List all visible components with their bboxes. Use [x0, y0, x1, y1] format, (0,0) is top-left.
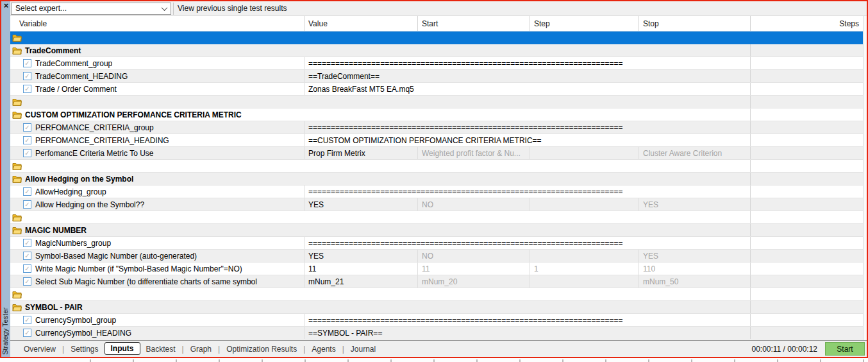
strategy-tester-panel: × Strategy Tester Select expert... View … [1, 1, 867, 357]
tab-graph[interactable]: Graph [185, 345, 217, 354]
param-checkbox[interactable]: ✓ [23, 252, 31, 260]
param-row[interactable]: ✓Trade / Order CommentZonas BreakFast MT… [10, 83, 863, 96]
column-header-value[interactable]: Value [304, 16, 417, 31]
param-row[interactable]: ✓Select Sub Magic Number (to differentia… [10, 275, 863, 288]
stop-cell: YES [638, 198, 750, 211]
tab-settings[interactable]: Settings [65, 345, 104, 354]
steps-cell [750, 275, 863, 288]
param-row[interactable]: ✓Allow Hedging on the Symbol??YESNOYES [10, 198, 863, 211]
param-checkbox[interactable]: ✓ [23, 136, 31, 144]
param-row[interactable]: ✓TradeComment_HEADING==TradeComment== [10, 70, 863, 83]
check-icon: ✓ [24, 60, 29, 67]
folder-row[interactable]: TradeComment [10, 44, 863, 57]
column-header-step[interactable]: Step [530, 16, 638, 31]
param-row[interactable]: ✓MagicNumbers_group=====================… [10, 237, 863, 250]
param-row[interactable]: ✓Symbol-Based Magic Number (auto-generat… [10, 250, 863, 263]
steps-cell [750, 198, 863, 211]
param-checkbox[interactable]: ✓ [23, 72, 31, 80]
folder-cell: CUSTOM OPTIMIZATION PERFOMANCE CRITERIA … [10, 108, 750, 121]
column-header-stop[interactable]: Stop [638, 16, 750, 31]
folder-row[interactable] [10, 31, 863, 44]
folder-cell [10, 211, 750, 223]
param-row[interactable]: ✓TradeComment_group=====================… [10, 57, 863, 70]
steps-cell [750, 121, 863, 134]
tab-journal[interactable]: Journal [345, 345, 381, 354]
param-checkbox[interactable]: ✓ [23, 123, 31, 132]
param-row[interactable]: ✓CurrencySymbol_HEADING==SYMBOL - PAIR== [10, 327, 863, 340]
inputs-tab-content: Select expert... View previous single te… [10, 1, 867, 357]
status-area: 00:00:11 / 00:00:12 Start [751, 342, 867, 356]
folder-row[interactable] [10, 288, 863, 301]
start-cell: mNum_20 [417, 275, 530, 288]
tab-agents[interactable]: Agents [306, 345, 341, 354]
param-row[interactable]: ✓PERFOMANCE_CRITERIA_group==============… [10, 121, 863, 134]
variable-cell: ✓AllowHedging_group [10, 185, 304, 198]
variable-cell: ✓TradeComment_HEADING [10, 70, 304, 82]
param-row[interactable]: ✓Write Magic Number (if "Symbol-Based Ma… [10, 263, 863, 275]
value-cell: Prop Firm Metrix [304, 147, 417, 159]
value-cell: ========================================… [304, 185, 750, 198]
folder-cell: SYMBOL - PAIR [10, 301, 750, 313]
stop-cell: Cluster Aware Criterion [638, 147, 750, 159]
value-cell: ==TradeComment== [304, 70, 750, 82]
expert-select-value: Select expert... [15, 4, 67, 13]
step-cell: 1 [530, 263, 638, 275]
param-checkbox[interactable]: ✓ [23, 316, 31, 324]
start-cell: NO [417, 198, 530, 211]
folder-icon [12, 34, 22, 42]
param-checkbox[interactable]: ✓ [23, 239, 31, 247]
folder-cell: MAGIC NUMBER [10, 224, 750, 236]
param-checkbox[interactable]: ✓ [23, 149, 31, 157]
start-button[interactable]: Start [825, 342, 865, 356]
variable-label: PERFOMANCE_CRITERIA_HEADING [35, 136, 169, 145]
tab-overview[interactable]: Overview [18, 345, 62, 354]
tab-backtest[interactable]: Backtest [140, 345, 181, 354]
column-header-start[interactable]: Start [417, 16, 530, 31]
folder-icon [12, 227, 22, 234]
param-row[interactable]: ✓PerfomancE Criteria Metric To UseProp F… [10, 147, 863, 160]
steps-cell [750, 70, 863, 82]
param-checkbox[interactable]: ✓ [23, 277, 31, 286]
variable-label: MagicNumbers_group [35, 239, 111, 248]
folder-label: CUSTOM OPTIMIZATION PERFOMANCE CRITERIA … [25, 110, 242, 119]
start-cell: Weighted profit factor & Nu... [417, 147, 530, 159]
variable-cell: ✓Allow Hedging on the Symbol?? [10, 198, 304, 211]
folder-row[interactable]: Allow Hedging on the Symbol [10, 173, 863, 185]
tab-list: Overview|SettingsInputsBacktest|Graph|Op… [18, 343, 381, 356]
check-icon: ✓ [24, 73, 29, 80]
param-checkbox[interactable]: ✓ [23, 59, 31, 67]
steps-cell [750, 57, 863, 69]
column-header-variable[interactable]: Variable [10, 16, 304, 31]
folder-row[interactable]: MAGIC NUMBER [10, 224, 863, 237]
column-header-steps[interactable]: Steps [750, 16, 863, 31]
folder-row[interactable] [10, 160, 863, 173]
tab-optimization-results[interactable]: Optimization Results [221, 345, 303, 354]
folder-row[interactable] [10, 96, 863, 108]
param-checkbox[interactable]: ✓ [23, 187, 31, 196]
folder-row[interactable] [10, 211, 863, 224]
tab-inputs[interactable]: Inputs [104, 342, 140, 355]
steps-cell [750, 327, 863, 339]
folder-icon [12, 175, 22, 183]
param-checkbox[interactable]: ✓ [23, 85, 31, 93]
stop-cell: mNum_50 [638, 275, 750, 288]
folder-row[interactable]: SYMBOL - PAIR [10, 301, 863, 314]
expert-select-dropdown[interactable]: Select expert... [11, 3, 171, 15]
steps-cell [750, 108, 863, 121]
check-icon: ✓ [24, 253, 29, 259]
folder-row[interactable]: CUSTOM OPTIMIZATION PERFOMANCE CRITERIA … [10, 108, 863, 121]
start-cell: 11 [417, 263, 530, 275]
param-row[interactable]: ✓AllowHedging_group=====================… [10, 185, 863, 198]
param-checkbox[interactable]: ✓ [23, 264, 31, 273]
param-checkbox[interactable]: ✓ [23, 329, 31, 337]
param-checkbox[interactable]: ✓ [23, 200, 31, 209]
variable-label: AllowHedging_group [35, 187, 106, 196]
close-icon[interactable]: × [2, 1, 10, 10]
steps-cell [750, 160, 863, 172]
param-row[interactable]: ✓CurrencySymbol_group===================… [10, 314, 863, 327]
variable-label: TradeComment_HEADING [35, 72, 128, 81]
steps-cell [750, 314, 863, 326]
check-icon: ✓ [24, 125, 29, 131]
steps-cell [750, 211, 863, 223]
param-row[interactable]: ✓PERFOMANCE_CRITERIA_HEADING==CUSTOM OPT… [10, 134, 863, 147]
